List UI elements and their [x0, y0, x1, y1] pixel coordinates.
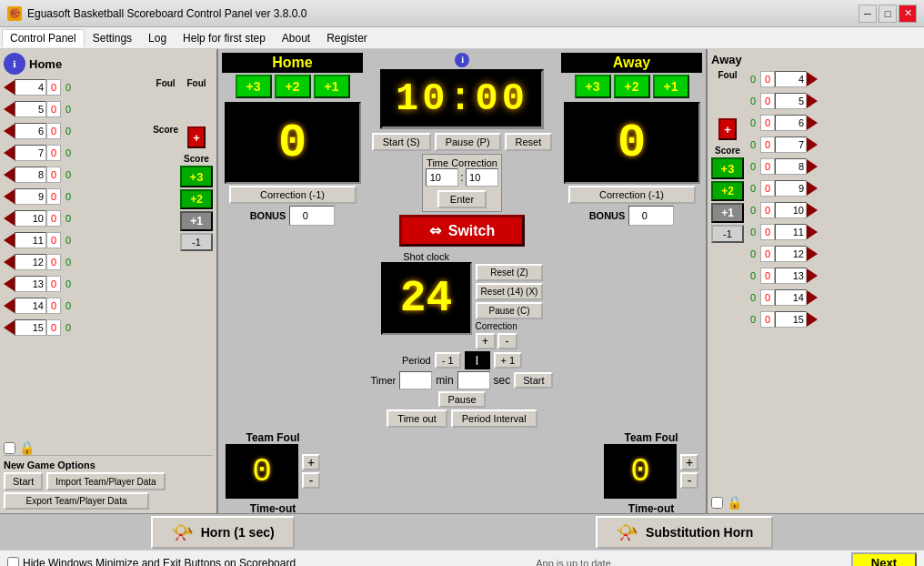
home-player-6-input[interactable] — [15, 123, 46, 139]
home-player-9-arrow[interactable] — [4, 189, 15, 204]
away-tf-minus-btn[interactable]: - — [680, 472, 698, 489]
home-player-7-arrow[interactable] — [4, 146, 15, 160]
tc-min-input[interactable] — [426, 168, 458, 187]
away-player-8-arrow[interactable] — [807, 159, 818, 174]
home-player-6-arrow[interactable] — [4, 124, 15, 138]
period-minus-btn[interactable]: - 1 — [435, 352, 461, 369]
timer-start-btn[interactable]: Start — [514, 372, 553, 389]
tc-enter-btn[interactable]: Enter — [437, 190, 487, 208]
away-player-13-arrow[interactable] — [807, 268, 818, 283]
switch-button[interactable]: ⇔ Switch — [399, 215, 526, 247]
home-score-plus3-btn[interactable]: +3 — [180, 166, 213, 187]
home-player-15-input[interactable] — [15, 319, 46, 336]
menu-settings[interactable]: Settings — [85, 29, 140, 47]
home-correction-btn[interactable]: Correction (-1) — [229, 186, 357, 204]
away-player-5-input[interactable] — [775, 93, 807, 109]
away-player-11-input[interactable] — [775, 224, 807, 240]
home-bonus-input[interactable] — [289, 206, 335, 226]
new-game-start-btn[interactable]: Start — [4, 472, 43, 490]
horn1-btn[interactable]: 📯 Horn (1 sec) — [151, 516, 295, 549]
home-player-10-arrow[interactable] — [4, 211, 15, 226]
home-player-7-input[interactable] — [15, 145, 46, 161]
away-player-5-arrow[interactable] — [807, 94, 818, 108]
home-player-4-input[interactable] — [15, 79, 46, 96]
export-data-btn[interactable]: Export Team/Player Data — [4, 492, 149, 510]
timer-sec-input[interactable] — [457, 371, 490, 389]
menu-control-panel[interactable]: Control Panel — [2, 29, 85, 47]
home-player-13-arrow[interactable] — [4, 277, 15, 291]
away-score-plus2-btn[interactable]: +2 — [711, 181, 744, 201]
away-player-10-input[interactable] — [775, 202, 807, 218]
home-player-10-input[interactable] — [15, 210, 46, 227]
home-player-4-arrow[interactable] — [4, 80, 15, 95]
away-player-7-input[interactable] — [775, 136, 807, 153]
away-foul-button[interactable]: + — [718, 118, 737, 140]
home-player-8-input[interactable] — [15, 167, 46, 183]
away-correction-btn[interactable]: Correction (-1) — [568, 186, 696, 204]
away-player-7-arrow[interactable] — [807, 137, 818, 152]
shot-corr-minus-btn[interactable]: - — [497, 333, 517, 349]
timer-pause-btn[interactable]: Pause — [438, 391, 485, 408]
shot-corr-plus-btn[interactable]: + — [476, 333, 496, 349]
away-player-12-arrow[interactable] — [807, 247, 818, 261]
away-player-11-arrow[interactable] — [807, 225, 818, 239]
tc-sec-input[interactable] — [466, 168, 498, 187]
period-interval-btn[interactable]: Period Interval — [451, 409, 537, 428]
period-plus-btn[interactable]: + 1 — [494, 352, 523, 369]
shot-pause-c-btn[interactable]: Pause (C) — [476, 302, 544, 319]
timeout-btn[interactable]: Time out — [387, 409, 447, 428]
menu-register[interactable]: Register — [318, 29, 376, 47]
maximize-button[interactable]: □ — [879, 5, 897, 23]
home-foul-button[interactable]: + — [187, 126, 206, 148]
home-player-8-arrow[interactable] — [4, 167, 15, 182]
away-player-14-input[interactable] — [775, 289, 807, 306]
home-plus1-btn[interactable]: +1 — [314, 75, 350, 98]
home-player-12-input[interactable] — [15, 254, 46, 270]
home-score-minus1-btn[interactable]: -1 — [180, 233, 213, 251]
away-score-plus1-btn[interactable]: +1 — [711, 203, 744, 223]
menu-log[interactable]: Log — [140, 29, 175, 47]
timer-min-input[interactable] — [399, 371, 432, 389]
shot-reset-z-btn[interactable]: Reset (Z) — [476, 264, 544, 281]
home-tf-plus-btn[interactable]: + — [302, 454, 320, 470]
away-score-plus3-btn[interactable]: +3 — [711, 157, 744, 179]
home-player-9-input[interactable] — [15, 188, 46, 205]
home-score-plus2-btn[interactable]: +2 — [180, 189, 213, 209]
home-player-14-arrow[interactable] — [4, 298, 15, 313]
away-player-15-arrow[interactable] — [807, 312, 818, 327]
home-plus2-btn[interactable]: +2 — [275, 75, 311, 98]
away-lock-checkbox[interactable] — [711, 497, 723, 509]
away-score-minus1-btn[interactable]: -1 — [711, 225, 744, 243]
home-player-5-input[interactable] — [15, 101, 46, 117]
away-player-12-input[interactable] — [775, 246, 807, 262]
home-player-13-input[interactable] — [15, 276, 46, 292]
clock-start-btn[interactable]: Start (S) — [372, 133, 431, 151]
clock-pause-btn[interactable]: Pause (P) — [435, 133, 501, 151]
away-plus3-btn[interactable]: +3 — [575, 75, 611, 98]
hide-buttons-checkbox[interactable] — [7, 557, 19, 566]
away-tf-plus-btn[interactable]: + — [680, 454, 698, 470]
menu-help[interactable]: Help for first step — [175, 29, 274, 47]
away-player-4-arrow[interactable] — [807, 72, 818, 86]
home-player-11-input[interactable] — [15, 232, 46, 248]
home-player-12-arrow[interactable] — [4, 255, 15, 269]
close-button[interactable]: ✕ — [899, 5, 917, 23]
away-plus2-btn[interactable]: +2 — [614, 75, 650, 98]
away-player-4-input[interactable] — [775, 71, 807, 87]
home-player-5-arrow[interactable] — [4, 102, 15, 116]
horn-sub-btn[interactable]: 📯 Substitution Horn — [596, 516, 773, 549]
away-player-6-input[interactable] — [775, 115, 807, 131]
home-player-11-arrow[interactable] — [4, 233, 15, 248]
home-lock-checkbox[interactable] — [4, 442, 15, 454]
away-player-6-arrow[interactable] — [807, 116, 818, 130]
import-data-btn[interactable]: Import Team/Player Data — [46, 472, 165, 490]
away-player-8-input[interactable] — [775, 158, 807, 175]
home-plus3-btn[interactable]: +3 — [236, 75, 272, 98]
away-player-14-arrow[interactable] — [807, 290, 818, 305]
away-player-13-input[interactable] — [775, 268, 807, 284]
next-button[interactable]: Next — [851, 552, 917, 567]
shot-reset-14-btn[interactable]: Reset (14) (X) — [476, 283, 544, 300]
home-score-plus1-btn[interactable]: +1 — [180, 211, 213, 231]
away-bonus-input[interactable] — [628, 206, 674, 226]
away-player-10-arrow[interactable] — [807, 203, 818, 217]
